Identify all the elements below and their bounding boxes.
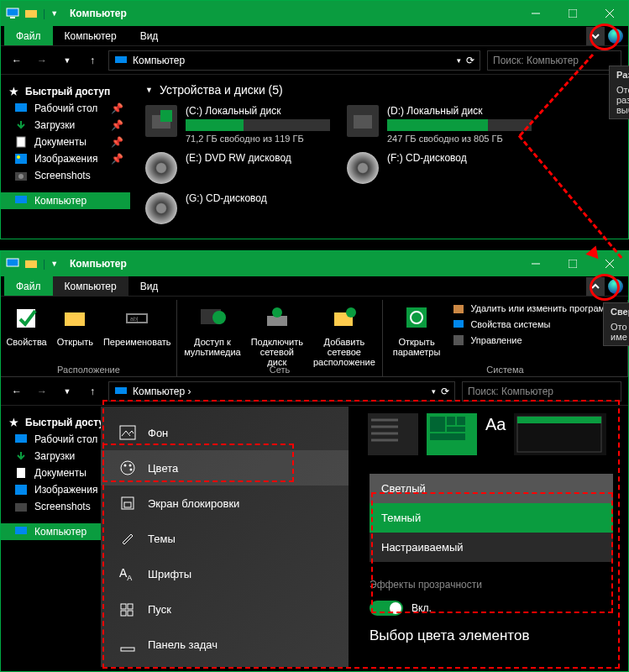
menu-file[interactable]: Файл [4,26,53,45]
sidebar-downloads[interactable]: Загрузки📌 [1,117,130,134]
svg-rect-61 [430,417,445,432]
breadcrumb[interactable]: Компьютер › [133,386,191,397]
address-bar: ← → ▼ ↑ Компьютер › ▾ ⟳ Поиск: Компьютер [1,377,628,406]
svg-point-31 [272,307,282,318]
search-placeholder: Поиск: Компьютер [468,386,553,397]
nav-history-dropdown[interactable]: ▼ [58,382,76,401]
ribbon-open[interactable]: Открыть [54,300,97,375]
tooltip-expand: Разве Ото раз выб [609,66,629,119]
settings-colors[interactable]: Цвета [101,450,349,486]
minimize-button[interactable] [517,1,554,26]
sidebar-documents[interactable]: Документы📌 [1,134,130,150]
ribbon-uninstall[interactable]: Удалить или изменить программу [452,302,616,315]
svg-rect-39 [115,387,127,394]
ribbon-sysprops[interactable]: Свойства системы [452,318,616,331]
menubar: Файл Компьютер Вид [1,26,628,46]
qat-dropdown-icon[interactable]: ▼ [50,9,58,18]
chevron-down-icon[interactable]: ▾ [457,56,461,65]
search-box[interactable]: Поиск: Компьютер [487,50,621,71]
ribbon-rename[interactable]: ab|Переименовать [100,300,175,375]
svg-point-49 [130,469,133,471]
settings-fonts[interactable]: AAШрифты [101,556,349,592]
svg-rect-7 [115,56,127,63]
pin-icon: 📌 [111,119,123,131]
drive-icon [145,105,177,137]
menu-view[interactable]: Вид [128,26,170,45]
help-icon[interactable] [608,279,623,294]
sidebar-screenshots[interactable]: Screenshots [1,167,130,184]
ribbon-collapse-toggle[interactable] [586,27,605,45]
lock-icon [119,496,136,511]
ribbon-addnet[interactable]: Добавить сетевое расположение [310,300,379,375]
nav-up-button[interactable]: ↑ [83,382,102,401]
sidebar-computer[interactable]: Компьютер [1,192,130,209]
monitor-icon [6,258,19,270]
minimize-button[interactable] [517,251,554,276]
sidebar-quick-access[interactable]: ★Быстрый доступ [1,83,130,100]
qat-divider: | [43,258,45,270]
drive-c[interactable]: (C:) Локальный диск 71,2 ГБ свободно из … [145,105,330,144]
settings-background[interactable]: Фон [101,415,349,450]
svg-rect-43 [15,503,27,512]
color-section-header: Выбор цвета элементов [361,621,621,648]
color-preview-panel: Aa Светлый Темный Настраиваемый Эффекты … [361,407,621,667]
download-icon [14,450,28,462]
nav-up-button[interactable]: ↑ [83,51,102,70]
chevron-down-icon[interactable]: ▾ [432,387,436,396]
drive-f[interactable]: (F:) CD-дисковод [347,152,532,184]
color-option-custom[interactable]: Настраиваемый [370,533,613,562]
color-option-light[interactable]: Светлый [370,474,613,503]
help-icon[interactable] [608,29,623,44]
menu-file[interactable]: Файл [4,276,53,296]
nav-history-dropdown[interactable]: ▼ [58,51,76,70]
titlebar[interactable]: | ▼ Компьютер [1,1,628,26]
transparency-toggle[interactable] [370,601,403,616]
address-field[interactable]: Компьютер ▾ ⟳ [108,50,480,71]
media-icon [197,302,228,333]
taskbar-icon [119,638,136,653]
settings-themes[interactable]: Темы [101,521,349,556]
svg-rect-63 [457,417,465,425]
nav-forward-button[interactable]: → [33,51,51,70]
drive-e[interactable]: (E:) DVD RW дисковод [145,152,330,184]
nav-back-button[interactable]: ← [8,51,26,70]
svg-rect-25 [65,312,85,326]
drive-g[interactable]: (G:) CD-дисковод [145,192,330,224]
menu-view[interactable]: Вид [128,276,170,296]
nav-back-button[interactable]: ← [8,382,26,401]
svg-rect-44 [15,527,27,534]
menu-computer[interactable]: Компьютер [53,26,128,45]
settings-taskbar[interactable]: Панель задач [101,627,349,663]
color-option-dark[interactable]: Темный [370,503,613,533]
settings-lockscreen[interactable]: Экран блокировки [101,486,349,521]
drive-d[interactable]: (D:) Локальный диск 247 ГБ свободно из 8… [347,105,532,144]
ribbon-manage[interactable]: Управление [452,333,616,347]
menu-computer[interactable]: Компьютер [53,276,128,296]
gear-icon [401,302,432,333]
close-button[interactable] [591,1,628,26]
monitor-icon [6,8,19,19]
qat-dropdown-icon[interactable]: ▼ [50,260,58,268]
svg-rect-8 [15,103,27,112]
ribbon-collapse-toggle[interactable] [586,277,605,296]
ribbon-media[interactable]: Доступ к мультимедиа [181,300,244,375]
address-field[interactable]: Компьютер › ▾ ⟳ [108,381,455,402]
ribbon-netdrive[interactable]: Подключить сетевой диск [248,300,307,375]
sidebar-pictures[interactable]: Изображения📌 [1,150,130,167]
ribbon-properties[interactable]: Свойства [3,300,50,375]
tooltip-collapse: Свер Ото име [603,302,629,346]
ribbon-open-settings[interactable]: Открыть параметры [390,300,444,375]
svg-rect-62 [447,417,455,425]
settings-start[interactable]: Пуск [101,592,349,627]
section-header[interactable]: ▼Устройства и диски (5) [145,83,613,97]
maximize-button[interactable] [554,1,591,26]
download-icon [14,119,28,131]
refresh-icon[interactable]: ⟳ [441,386,449,397]
nav-forward-button[interactable]: → [33,382,51,401]
breadcrumb[interactable]: Компьютер [133,55,185,66]
sidebar-desktop[interactable]: Рабочий стол📌 [1,100,130,117]
star-icon: ★ [9,417,18,428]
refresh-icon[interactable]: ⟳ [466,55,474,66]
search-box[interactable]: Поиск: Компьютер [462,381,621,402]
titlebar[interactable]: | ▼ Компьютер [1,251,628,276]
